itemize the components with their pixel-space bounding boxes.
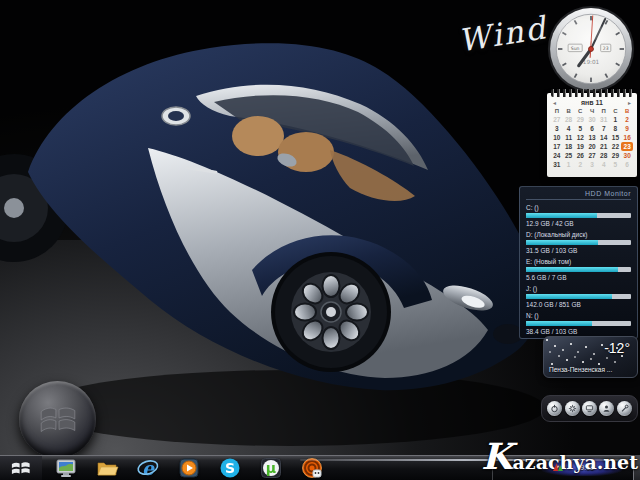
- calendar-spiral-binding: [551, 89, 633, 97]
- dock-button-user[interactable]: [599, 401, 614, 416]
- calendar-cell[interactable]: 18: [563, 142, 575, 151]
- hdd-drive-list: C: ()12.9 GB / 42 GBD: (Локальный диск)3…: [526, 203, 631, 336]
- hdd-drive-row: N: ()38.4 GB / 103 GB: [526, 311, 631, 336]
- watermark-emblem: [552, 462, 564, 472]
- calendar-cell[interactable]: 4: [598, 160, 610, 169]
- calendar-cell[interactable]: 8: [610, 124, 622, 133]
- calendar-next-arrow[interactable]: ►: [627, 100, 632, 106]
- calendar-cell[interactable]: 20: [586, 142, 598, 151]
- calendar-cell[interactable]: 30: [586, 115, 598, 124]
- calendar-day-header: Ч: [586, 107, 598, 115]
- calendar-cell[interactable]: 29: [574, 115, 586, 124]
- calendar-cell[interactable]: 24: [551, 151, 563, 160]
- windows-flag-icon: [10, 458, 32, 478]
- calendar-cell[interactable]: 2: [574, 160, 586, 169]
- hdd-usage-bar: [526, 267, 631, 272]
- hdd-usage-bar: [526, 294, 631, 299]
- calendar-cell[interactable]: 17: [551, 142, 563, 151]
- calendar-cell[interactable]: 1: [563, 160, 575, 169]
- calendar-cell[interactable]: 31: [598, 115, 610, 124]
- dock-button-tools[interactable]: [617, 401, 632, 416]
- hdd-monitor-widget[interactable]: HDD Monitor C: ()12.9 GB / 42 GBD: (Лока…: [519, 186, 638, 339]
- clock-center-cap: [589, 47, 594, 52]
- calendar-cell-today[interactable]: 23: [621, 142, 633, 151]
- taskbar-pinned-icons: eSµ: [54, 456, 324, 480]
- calendar-cell[interactable]: 2: [621, 115, 633, 124]
- taskbar-icon-skype[interactable]: S: [218, 456, 242, 480]
- calendar-cell[interactable]: 5: [574, 124, 586, 133]
- calendar-day-header: П: [598, 107, 610, 115]
- desktop: Wind: [0, 0, 640, 480]
- calendar-cell[interactable]: 11: [563, 133, 575, 142]
- calendar-cell[interactable]: 30: [621, 151, 633, 160]
- hdd-usage-fill: [526, 267, 618, 272]
- hdd-usage-fill: [526, 240, 598, 245]
- weather-location: Пенза-Пензенская ...: [549, 366, 612, 373]
- calendar-cell[interactable]: 19: [574, 142, 586, 151]
- hdd-drive-label: E: (Новый том): [526, 257, 631, 266]
- hdd-usage-bar: [526, 213, 631, 218]
- calendar-cell[interactable]: 9: [621, 124, 633, 133]
- hdd-drive-label: N: (): [526, 311, 631, 320]
- clock-glass-highlight: [558, 18, 602, 43]
- calendar-cell[interactable]: 21: [598, 142, 610, 151]
- taskbar-icon-explorer[interactable]: [95, 456, 119, 480]
- calendar-cell[interactable]: 7: [598, 124, 610, 133]
- hdd-drive-label: J: (): [526, 284, 631, 293]
- hdd-usage-text: 142.0 GB / 851 GB: [526, 300, 631, 309]
- calendar-cell[interactable]: 3: [586, 160, 598, 169]
- hdd-usage-bar: [526, 321, 631, 326]
- calendar-cell[interactable]: 12: [574, 133, 586, 142]
- hdd-drive-row: C: ()12.9 GB / 42 GB: [526, 203, 631, 228]
- calendar-cell[interactable]: 31: [551, 160, 563, 169]
- start-orb-large[interactable]: [19, 381, 96, 458]
- taskbar-icon-messenger[interactable]: [300, 456, 324, 480]
- calendar-day-header: П: [551, 107, 563, 115]
- calendar-day-header: С: [574, 107, 586, 115]
- calendar-cell[interactable]: 13: [586, 133, 598, 142]
- clock-widget[interactable]: Sun 23 19:01: [547, 5, 635, 93]
- calendar-cell[interactable]: 27: [551, 115, 563, 124]
- calendar-grid: 2728293031123456789101112131415161718192…: [547, 115, 637, 169]
- windows-flag-icon: [36, 399, 80, 441]
- calendar-cell[interactable]: 15: [610, 133, 622, 142]
- calendar-cell[interactable]: 10: [551, 133, 563, 142]
- hdd-usage-fill: [526, 294, 612, 299]
- dock-button-settings[interactable]: [565, 401, 580, 416]
- hdd-usage-text: 38.4 GB / 103 GB: [526, 327, 631, 336]
- hdd-drive-row: J: ()142.0 GB / 851 GB: [526, 284, 631, 309]
- calendar-cell[interactable]: 29: [610, 151, 622, 160]
- calendar-cell[interactable]: 28: [598, 151, 610, 160]
- calendar-cell[interactable]: 5: [610, 160, 622, 169]
- taskbar-icon-utorrent[interactable]: µ: [259, 456, 283, 480]
- taskbar-icon-computer[interactable]: [54, 456, 78, 480]
- calendar-cell[interactable]: 4: [563, 124, 575, 133]
- taskbar-icon-internet-explorer[interactable]: e: [136, 456, 160, 480]
- calendar-day-header: В: [621, 107, 633, 115]
- start-button[interactable]: [0, 456, 42, 480]
- calendar-cell[interactable]: 14: [598, 133, 610, 142]
- calendar-cell[interactable]: 6: [586, 124, 598, 133]
- svg-text:µ: µ: [266, 460, 276, 476]
- clock-digital-time: 19:01: [583, 59, 600, 65]
- calendar-widget[interactable]: ◄ янв 11 ► ПВСЧПСВ 272829303112345678910…: [547, 93, 637, 177]
- calendar-cell[interactable]: 22: [610, 142, 622, 151]
- calendar-cell[interactable]: 3: [551, 124, 563, 133]
- calendar-cell[interactable]: 1: [610, 115, 622, 124]
- taskbar-icon-media-player[interactable]: [177, 456, 201, 480]
- calendar-cell[interactable]: 26: [574, 151, 586, 160]
- dock-button-power[interactable]: [547, 401, 562, 416]
- calendar-cell[interactable]: 28: [563, 115, 575, 124]
- calendar-cell[interactable]: 25: [563, 151, 575, 160]
- hdd-drive-row: D: (Локальный диск)31.5 GB / 103 GB: [526, 230, 631, 255]
- dock-button-display[interactable]: [582, 401, 597, 416]
- calendar-cell[interactable]: 6: [621, 160, 633, 169]
- calendar-cell[interactable]: 16: [621, 133, 633, 142]
- weather-temperature: -12°: [604, 340, 630, 356]
- weather-widget[interactable]: -12° Пенза-Пензенская ...: [543, 336, 638, 378]
- calendar-day-header: В: [563, 107, 575, 115]
- calendar-prev-arrow[interactable]: ◄: [552, 100, 557, 106]
- clock-day-text: Sun: [571, 46, 580, 51]
- calendar-cell[interactable]: 27: [586, 151, 598, 160]
- clock-date-text: 23: [603, 46, 609, 51]
